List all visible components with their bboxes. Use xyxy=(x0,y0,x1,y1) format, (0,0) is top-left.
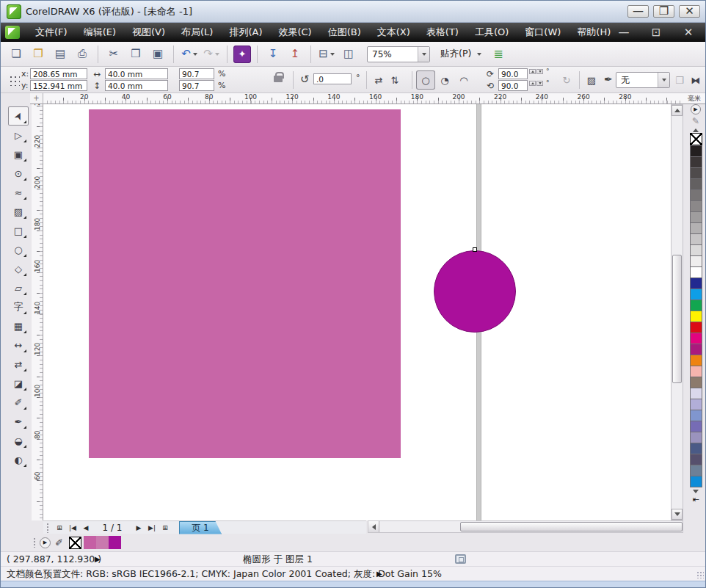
freehand-tool[interactable]: ≈ xyxy=(8,183,29,202)
snap-dropdown-icon[interactable] xyxy=(477,53,481,56)
outline-width-combo[interactable]: 无 xyxy=(616,72,670,88)
object-height-field[interactable] xyxy=(105,80,168,91)
palette-swatch[interactable] xyxy=(690,454,702,465)
document-palette-swatch[interactable] xyxy=(84,536,96,549)
effects-tool[interactable]: ◪ xyxy=(8,374,29,393)
scroll-up-icon[interactable] xyxy=(672,105,683,116)
palette-swatch[interactable] xyxy=(690,266,702,278)
palette-swatch[interactable] xyxy=(690,145,702,157)
y-position-field[interactable] xyxy=(30,80,87,91)
palette-swatch[interactable] xyxy=(690,200,702,212)
palette-swatch[interactable] xyxy=(690,344,702,355)
palette-swatch[interactable] xyxy=(690,410,702,421)
ellipse-top-node-handle[interactable] xyxy=(473,247,477,252)
lock-ratio-icon[interactable] xyxy=(274,76,283,82)
zoom-tool[interactable]: ⊙ xyxy=(8,164,29,183)
horizontal-ruler[interactable]: 20406080100120140160180200220240260280 xyxy=(43,93,683,104)
horizontal-scroll-thumb[interactable] xyxy=(460,522,683,531)
dropdown-caret-icon[interactable] xyxy=(330,53,335,56)
vertical-ruler[interactable]: 2402202001801601401201008060 xyxy=(32,104,43,520)
palette-swatch[interactable] xyxy=(690,333,702,344)
new-document-button[interactable]: ❏ xyxy=(7,45,26,64)
end-angle-field[interactable] xyxy=(498,80,528,91)
menu-item[interactable]: 窗口(W) xyxy=(517,23,569,42)
pie-mode-button[interactable]: ◔ xyxy=(435,70,454,90)
drawn-ellipse[interactable] xyxy=(434,250,516,333)
scale-horizontal-field[interactable] xyxy=(179,68,214,79)
previous-page-button[interactable]: ◀ xyxy=(79,522,92,534)
connector-tool[interactable]: ⇄ xyxy=(8,355,29,374)
palette-swatch[interactable] xyxy=(690,311,702,322)
color-proof-icon[interactable] xyxy=(455,554,466,564)
profile-flyout-icon[interactable]: ▶ xyxy=(376,570,382,578)
paste-button[interactable]: ▣ xyxy=(148,45,167,64)
palette-swatch[interactable] xyxy=(690,366,702,377)
import-button[interactable]: ↧ xyxy=(263,45,283,64)
save-button[interactable]: ▤ xyxy=(51,45,70,64)
start-angle-field[interactable] xyxy=(498,68,528,79)
palette-swatch[interactable] xyxy=(690,476,702,487)
close-button[interactable]: ✕ xyxy=(679,5,700,18)
palette-swatch[interactable] xyxy=(690,421,702,432)
palette-swatch[interactable] xyxy=(690,399,702,410)
menu-item[interactable]: 文本(X) xyxy=(369,23,418,42)
crop-tool[interactable]: ▣ xyxy=(8,145,29,164)
object-width-field[interactable] xyxy=(105,68,168,79)
palette-swatch[interactable] xyxy=(690,189,702,201)
palette-swatch[interactable] xyxy=(690,443,702,454)
start-angle-up-icon[interactable] xyxy=(529,69,536,74)
palette-swatch[interactable] xyxy=(690,233,702,245)
polygon-tool[interactable]: ◇ xyxy=(8,259,29,278)
docpal-splitter-handle[interactable] xyxy=(33,537,37,548)
ellipse-mode-button[interactable]: ○ xyxy=(416,70,435,90)
text-tool[interactable]: 字 xyxy=(8,297,29,316)
drawing-canvas[interactable] xyxy=(43,104,671,520)
document-palette-swatch[interactable] xyxy=(96,536,109,549)
quick-customize-button[interactable]: ⧓ xyxy=(688,72,704,88)
doc-close-button[interactable]: ✕ xyxy=(679,23,698,42)
export-button[interactable]: ↥ xyxy=(285,45,305,64)
change-direction-button[interactable]: ↻ xyxy=(558,72,575,88)
ellipse-tool[interactable]: ○ xyxy=(8,240,29,259)
add-page-end-button[interactable]: ⊞ xyxy=(159,522,172,534)
no-color-swatch[interactable] xyxy=(690,133,702,145)
dropdown-caret-icon[interactable] xyxy=(215,53,219,56)
welcome-screen-button[interactable]: ◫ xyxy=(339,45,358,64)
docpal-flyout-button[interactable]: ▶ xyxy=(40,537,51,548)
doc-minimize-button[interactable]: — xyxy=(614,23,633,42)
palette-swatch[interactable] xyxy=(690,244,702,256)
menu-item[interactable]: 帮助(H) xyxy=(569,23,619,42)
palette-swatch[interactable] xyxy=(690,178,702,190)
interactive-fill-tool[interactable]: ◐ xyxy=(8,450,29,469)
end-angle-up-icon[interactable] xyxy=(529,81,536,86)
cut-button[interactable]: ✂ xyxy=(104,45,123,64)
menu-item[interactable]: 表格(T) xyxy=(418,23,467,42)
docpal-no-color-swatch[interactable] xyxy=(69,537,81,549)
coords-flyout-icon[interactable]: ▶ xyxy=(95,555,101,563)
dimension-tool[interactable]: ↔ xyxy=(8,335,29,355)
doc-restore-button[interactable]: ⊡ xyxy=(647,23,666,42)
palette-eyedropper-icon[interactable]: ✎ xyxy=(692,116,699,128)
search-content-button[interactable]: ✦ xyxy=(233,46,251,63)
zoom-level-combo[interactable]: 75% xyxy=(367,46,430,62)
mirror-vertical-button[interactable]: ⇅ xyxy=(387,72,403,88)
start-angle-down-icon[interactable] xyxy=(536,69,543,74)
end-angle-down-icon[interactable] xyxy=(536,81,543,86)
palette-scroll-down-icon[interactable] xyxy=(693,490,699,493)
scale-vertical-field[interactable] xyxy=(179,80,214,91)
shape-tool[interactable]: ▷ xyxy=(8,126,29,145)
dropdown-caret-icon[interactable] xyxy=(193,53,197,56)
palette-swatch[interactable] xyxy=(690,277,702,289)
palette-flyout-button[interactable]: ▶ xyxy=(691,104,701,115)
palette-swatch[interactable] xyxy=(690,156,702,168)
application-launcher-button[interactable]: ⊟ xyxy=(317,45,336,64)
palette-swatch[interactable] xyxy=(690,322,702,333)
add-page-start-button[interactable]: ⊞ xyxy=(53,522,66,534)
palette-swatch[interactable] xyxy=(690,388,702,399)
palette-swatch[interactable] xyxy=(690,222,702,234)
smart-fill-tool[interactable]: ▨ xyxy=(8,202,29,221)
palette-swatch[interactable] xyxy=(690,288,702,300)
mirror-horizontal-button[interactable]: ⇄ xyxy=(371,72,387,88)
next-page-button[interactable]: ▶ xyxy=(132,522,145,534)
rotation-angle-field[interactable] xyxy=(313,73,352,84)
